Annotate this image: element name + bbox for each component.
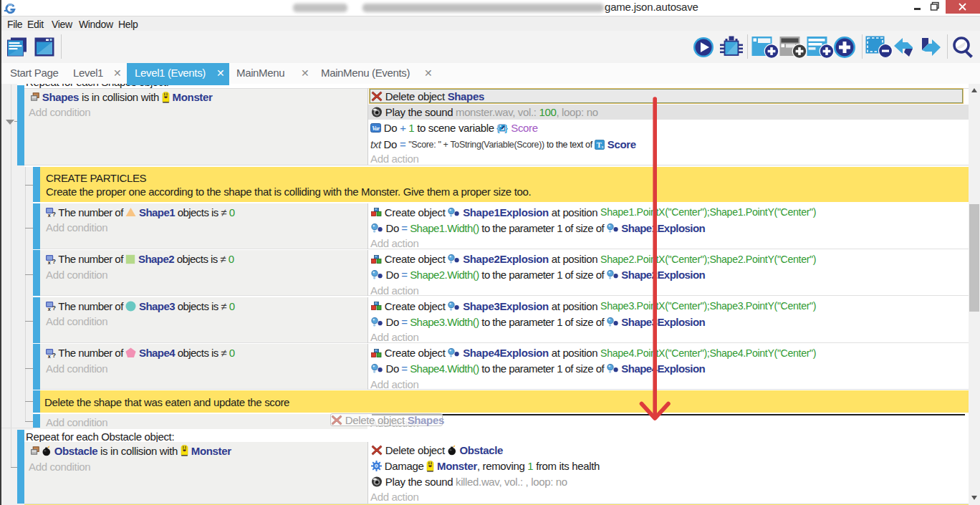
svg-text:?: ?	[52, 304, 56, 311]
svg-text:?: ?	[52, 352, 56, 358]
svg-text:?: ?	[52, 258, 56, 264]
svg-text:x: x	[601, 144, 603, 148]
svg-text:?: ?	[52, 211, 56, 217]
svg-text:Var: Var	[372, 125, 380, 132]
